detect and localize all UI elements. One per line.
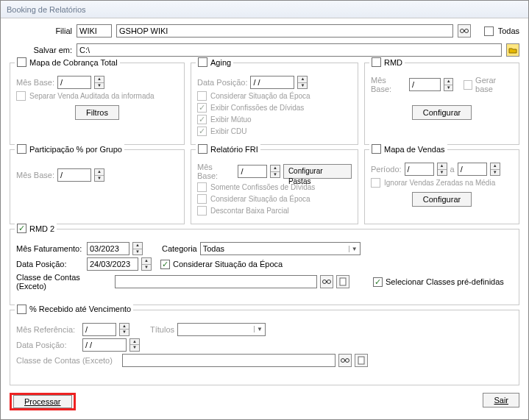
todas-checkbox[interactable] [484,26,494,36]
svg-rect-9 [344,360,346,361]
filial-label: Filial [10,26,72,35]
svg-rect-5 [326,281,327,282]
binoculars-icon[interactable] [338,354,352,367]
filial-name-input[interactable]: GSHOP WIKI [116,24,453,38]
rmd2-classe-label: Classe de Contas (Exceto) [16,273,112,291]
vendas-legend: Mapa de Vendas [384,145,445,154]
vendas-ignorar-label: Ignorar Vendas Zeradas na Média [384,179,495,187]
rmd-checkbox[interactable] [372,57,381,67]
fri-op2-checkbox[interactable] [197,194,207,204]
binoculars-icon[interactable] [458,24,471,38]
sair-button[interactable]: Sair [483,393,519,407]
aging-legend: Aging [210,58,231,67]
participacao-legend: Participação % por Grupo [29,145,122,154]
aging-op3-label: Exibir Mútuo [210,115,252,124]
participacao-panel: Participação % por Grupo Mês Base: / ▲▼ [10,149,185,224]
rmd-gerar-label: Gerar base [475,76,513,93]
cobranca-separar-checkbox[interactable] [16,91,26,101]
rmd2-checkbox[interactable] [17,224,26,233]
vendas-ignorar-checkbox[interactable] [371,178,380,188]
fri-op2-label: Considerar Situação da Época [210,195,310,203]
aging-op2-checkbox[interactable] [197,103,207,113]
vendas-a-label: a [450,165,455,174]
fri-op1-checkbox[interactable] [197,182,207,192]
rmd2-selecionar-checkbox[interactable] [373,277,383,287]
client-area: Filial WIKI GSHOP WIKI Todas Salvar em: … [1,18,528,419]
recebido-checkbox[interactable] [17,305,26,314]
rmd2-selecionar-label: Selecionar Classes pré-definidas [386,277,504,286]
fri-checkbox[interactable] [198,144,207,154]
recebido-mesref-input[interactable]: / [82,323,116,336]
vendas-cfg-button[interactable]: Configurar [412,192,472,207]
aging-data-label: Data Posição: [197,78,247,87]
aging-op3-checkbox[interactable] [197,115,207,124]
recebido-datapos-input[interactable]: / / [82,338,127,352]
participacao-mes-spinner[interactable]: ▲▼ [94,168,104,182]
binoculars-icon[interactable] [320,275,333,288]
rmd2-cat-label: Categoria [162,244,197,253]
cobranca-mes-input[interactable]: / [57,76,91,89]
rmd2-datapos-input[interactable]: 24/03/2023 [87,257,138,271]
rmd2-mesfat-spinner[interactable]: ▲▼ [132,242,143,255]
aging-data-input[interactable]: / / [250,76,294,89]
rmd2-classe-input[interactable] [115,275,317,288]
vendas-periodo2-spinner[interactable]: ▲▼ [490,163,500,176]
page-icon[interactable] [336,275,349,288]
rmd-gerar-checkbox[interactable] [464,80,472,90]
participacao-mes-input[interactable]: / [57,168,91,182]
cobranca-legend: Mapa de Cobrança Total [29,58,118,67]
fri-op3-checkbox[interactable] [197,206,207,216]
svg-point-0 [460,29,464,33]
chevron-down-icon: ▼ [254,326,263,332]
cobranca-mes-spinner[interactable]: ▲▼ [94,76,104,89]
rmd-configurar-button[interactable]: Configurar [412,105,472,120]
recebido-classe-input[interactable] [122,354,335,367]
rmd2-cat-value: Todas [203,244,224,253]
rmd2-cat-select[interactable]: Todas▼ [200,242,361,255]
cobranca-mes-label: Mês Base: [16,78,54,87]
vendas-periodo1-spinner[interactable]: ▲▼ [437,163,447,176]
filial-row: Filial WIKI GSHOP WIKI Todas [10,24,519,38]
filial-code-input[interactable]: WIKI [77,24,112,38]
processar-button[interactable]: Processar [13,395,72,408]
fri-mes-input[interactable]: / [238,165,267,178]
aging-data-spinner[interactable]: ▲▼ [297,76,308,89]
folder-icon[interactable] [506,43,519,57]
rmd2-considerar-checkbox[interactable] [160,260,170,269]
page-icon[interactable] [355,354,368,367]
window-title: Booking de Relatórios [1,1,528,18]
recebido-datapos-label: Data Posição: [16,341,79,349]
vendas-periodo2-input[interactable]: / [458,163,487,176]
recebido-titulos-select[interactable]: ▼ [177,323,266,336]
cobranca-panel: Mapa de Cobrança Total Mês Base: / ▲▼ Se… [10,63,185,145]
cobranca-checkbox[interactable] [17,57,26,67]
salvar-label: Salvar em: [10,46,72,54]
rmd2-legend: RMD 2 [29,224,54,233]
rmd-mes-input[interactable]: / [409,78,441,91]
rmd-mes-spinner[interactable]: ▲▼ [444,78,453,91]
vendas-checkbox[interactable] [372,144,381,154]
panel-row-1: Mapa de Cobrança Total Mês Base: / ▲▼ Se… [10,63,519,145]
rmd2-datapos-spinner[interactable]: ▲▼ [141,257,152,271]
rmd-legend: RMD [384,58,402,67]
recebido-classe-label: Classe de Contas (Exceto) [16,356,119,365]
rmd2-mesfat-input[interactable]: 03/2023 [87,242,129,255]
recebido-datapos-spinner[interactable]: ▲▼ [129,338,140,352]
filtros-button[interactable]: Filtros [75,105,119,120]
recebido-mesref-spinner[interactable]: ▲▼ [119,323,129,336]
fri-cfg-button[interactable]: Configurar Pastas [283,164,352,179]
vendas-panel: Mapa de Vendas Período: / ▲▼ a / ▲▼ Igno… [364,149,519,224]
aging-op4-label: Exibir CDU [210,127,246,135]
aging-op1-checkbox[interactable] [197,91,207,101]
aging-checkbox[interactable] [198,57,207,67]
svg-point-8 [346,358,349,362]
vendas-periodo1-input[interactable]: / [405,163,434,176]
aging-op4-checkbox[interactable] [197,127,207,136]
svg-point-1 [464,29,468,33]
svg-point-3 [323,280,327,284]
rmd-panel: RMD Mês Base: / ▲▼ Gerar base Configurar [364,63,519,145]
salvar-path-input[interactable]: C:\ [77,43,502,57]
fri-mes-spinner[interactable]: ▲▼ [270,165,280,178]
svg-rect-10 [358,357,364,364]
participacao-checkbox[interactable] [17,144,26,154]
